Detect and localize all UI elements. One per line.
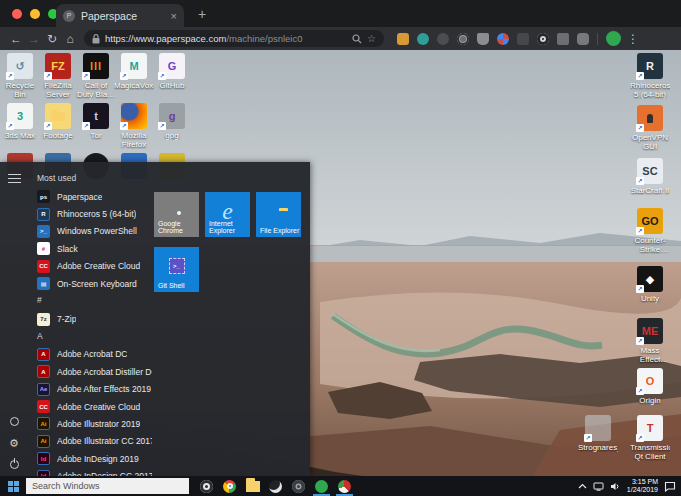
desktop-icon-recycle-bin[interactable]: ↺Recycle Bin [0, 53, 40, 99]
start-item-paperspace[interactable]: psPaperspace [33, 188, 152, 205]
desktop-icon-footage-folder[interactable]: Footage [38, 103, 78, 140]
home-icon[interactable]: ⌂ [61, 30, 79, 48]
taskbar-app-file-explorer[interactable] [241, 476, 264, 496]
zoom-icon[interactable] [352, 34, 362, 44]
address-bar[interactable]: https://www.paperspace.com/machine/psnle… [84, 30, 384, 47]
tile-google-chrome[interactable]: Google Chrome [154, 192, 199, 237]
tab-paperspace[interactable]: P Paperspace × [56, 4, 184, 27]
network-icon[interactable] [593, 482, 604, 491]
start-item-creative-cloud[interactable]: CCAdobe Creative Cloud [33, 258, 152, 275]
filezilla-icon: FZ [45, 53, 71, 79]
tile-file-explorer[interactable]: File Explorer [256, 192, 301, 237]
tile-internet-explorer[interactable]: e Internet Explorer [205, 192, 250, 237]
bookmark-star-icon[interactable]: ☆ [367, 34, 376, 44]
rhinoceros-icon: R [637, 53, 663, 79]
desktop-icon-label: GitHub [152, 81, 192, 90]
section-hash-header[interactable]: # [33, 292, 152, 310]
desktop-icon-mass-effect[interactable]: MEMass Effect Andromeda [630, 318, 670, 364]
section-a-header[interactable]: A [33, 328, 152, 346]
search-input[interactable] [26, 478, 189, 494]
transmission-icon: T [637, 415, 663, 441]
start-item-indesign-2019[interactable]: IdAdobe InDesign 2019 [33, 450, 152, 467]
start-item-illustrator-cc2017[interactable]: AiAdobe Illustrator CC 2017 [33, 433, 152, 450]
rhinoceros-icon: R [37, 208, 50, 221]
remote-windows-desktop[interactable]: ↺Recycle Bin FZFileZilla Server IIICall … [0, 50, 681, 496]
desktop-icon-csgo[interactable]: GOCounter-Strike Global Offensive [630, 208, 670, 254]
start-item-7zip[interactable]: 7z7-Zip [33, 310, 152, 327]
desktop-icon-origin[interactable]: OOrigin [630, 368, 670, 405]
desktop-icon-rhinoceros[interactable]: RRhinoceros 5 (64-bit) [630, 53, 670, 99]
start-item-label: Adobe After Effects 2019 [57, 384, 151, 394]
start-item-acrobat-dc[interactable]: AAdobe Acrobat DC [33, 346, 152, 363]
after-effects-icon: Ae [37, 383, 50, 396]
tab-close-icon[interactable]: × [171, 10, 177, 22]
desktop-icon-openvpn[interactable]: OpenVPN GUI [630, 105, 670, 151]
browser-toolbar: ← → ↻ ⌂ https://www.paperspace.com/machi… [0, 27, 681, 50]
desktop-icon-starcraft[interactable]: SCStarCraft II [630, 158, 670, 195]
extension-icon-record[interactable] [537, 33, 549, 45]
reload-icon[interactable]: ↻ [43, 30, 61, 48]
taskbar-app-steam[interactable] [264, 476, 287, 496]
desktop-icon-firefox[interactable]: Mozilla Firefox [114, 103, 154, 149]
desktop-icon-label: Recycle Bin [0, 81, 40, 99]
start-item-slack[interactable]: #Slack [33, 240, 152, 257]
taskbar-app-record[interactable] [287, 476, 310, 496]
extension-icon-screenshot[interactable] [397, 33, 409, 45]
start-item-label: Adobe Acrobat Distiller DC [57, 367, 152, 377]
desktop-icon-cod[interactable]: IIICall of Duty Black Ops III [76, 53, 116, 99]
tray-chevron-icon[interactable] [578, 483, 587, 489]
extension-icon-grey[interactable] [577, 33, 589, 45]
start-item-powershell[interactable]: >_Windows PowerShell [33, 223, 152, 240]
desktop-icon-gpg[interactable]: ggpg [152, 103, 192, 140]
taskbar-app-spotify[interactable] [310, 476, 333, 496]
tile-label: Google Chrome [158, 220, 199, 234]
extension-icon-pinwheel[interactable] [497, 33, 509, 45]
start-item-acrobat-distiller[interactable]: AAdobe Acrobat Distiller DC [33, 363, 152, 380]
start-item-creative-cloud-a[interactable]: CCAdobe Creative Cloud [33, 398, 152, 415]
tile-label: File Explorer [260, 227, 299, 234]
desktop-icon-strognares[interactable]: Strognares_... [578, 415, 618, 452]
power-icon[interactable] [7, 457, 21, 471]
start-item-indesign-cc2017[interactable]: IdAdobe InDesign CC 2017 [33, 467, 152, 476]
tray-clock[interactable]: 3:15 PM 1/24/2019 [627, 478, 658, 494]
desktop-icon-3dsmax[interactable]: 33ds Max [0, 103, 40, 140]
mass-effect-icon: ME [637, 318, 663, 344]
taskbar-app-transmission[interactable] [333, 476, 356, 496]
desktop-icon-label: Call of Duty Black Ops III [76, 81, 116, 99]
desktop-icon-filezilla[interactable]: FZFileZilla Server [38, 53, 78, 99]
desktop-icon-unity[interactable]: ◆Unity [630, 266, 670, 303]
new-tab-button[interactable]: + [198, 6, 206, 22]
desktop-icon-transmission[interactable]: TTransmission Qt Client [630, 415, 670, 461]
volume-icon[interactable] [610, 482, 621, 491]
start-item-label: Windows PowerShell [57, 226, 137, 236]
back-icon[interactable]: ← [7, 30, 25, 48]
steam-icon [269, 480, 282, 493]
user-account-icon[interactable] [7, 414, 21, 428]
start-item-after-effects[interactable]: AeAdobe After Effects 2019 [33, 381, 152, 398]
taskbar-app-chrome[interactable] [218, 476, 241, 496]
browser-menu-icon[interactable]: ⋮ [627, 32, 639, 46]
extension-icon-shield[interactable] [477, 33, 489, 45]
hamburger-menu-icon[interactable] [8, 174, 21, 183]
extension-icon-teal[interactable] [417, 33, 429, 45]
desktop-icon-magicavoxel[interactable]: MMagicaVoxel [114, 53, 154, 90]
extension-icon-dimmed[interactable] [437, 33, 449, 45]
extension-icon-dark-square[interactable] [517, 33, 529, 45]
start-item-onscreen-keyboard[interactable]: ▤On-Screen Keyboard [33, 275, 152, 292]
minimize-window-button[interactable] [30, 9, 40, 19]
profile-avatar[interactable] [606, 31, 621, 46]
tile-git-shell[interactable]: >_ Git Shell [154, 247, 199, 292]
forward-icon[interactable]: → [25, 30, 43, 48]
desktop-icon-github[interactable]: GGitHub [152, 53, 192, 90]
desktop-icon-label: MagicaVoxel [114, 81, 154, 90]
extension-icon-target[interactable] [457, 33, 469, 45]
close-window-button[interactable] [12, 9, 22, 19]
extension-icon-dots[interactable] [557, 33, 569, 45]
desktop-icon-tor[interactable]: tTor [76, 103, 116, 140]
start-item-rhinoceros[interactable]: RRhinoceros 5 (64-bit) [33, 205, 152, 222]
start-button[interactable] [0, 476, 26, 496]
settings-gear-icon[interactable]: ⚙ [7, 436, 21, 450]
taskbar-app-eye-browser[interactable] [195, 476, 218, 496]
action-center-icon[interactable] [664, 481, 676, 492]
start-item-illustrator-2019[interactable]: AiAdobe Illustrator 2019 [33, 415, 152, 432]
